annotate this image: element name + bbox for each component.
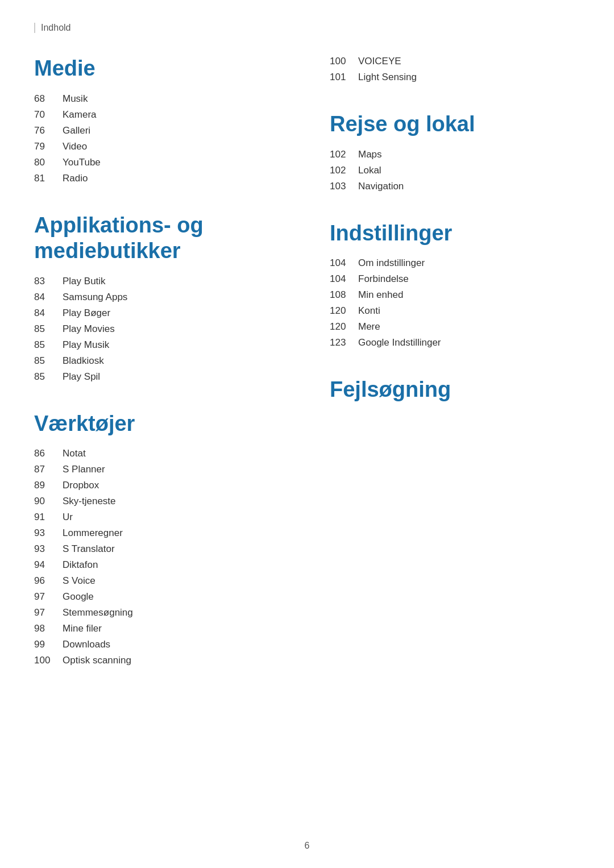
right-column: 100VOICEYE101Light SensingRejse og lokal… bbox=[307, 56, 580, 695]
toc-text: Samsung Apps bbox=[63, 292, 127, 303]
toc-text: S Voice bbox=[63, 575, 96, 587]
toc-number: 86 bbox=[34, 448, 63, 459]
toc-text: Notat bbox=[63, 448, 86, 459]
toc-number: 97 bbox=[34, 607, 63, 618]
toc-item: 76Galleri bbox=[34, 125, 284, 136]
toc-number: 68 bbox=[34, 93, 63, 105]
toc-text: Stemmesøgning bbox=[63, 607, 133, 618]
toc-number: 108 bbox=[330, 289, 358, 301]
toc-number: 120 bbox=[330, 305, 358, 317]
toc-item: 84Samsung Apps bbox=[34, 292, 284, 303]
toc-item: 97Google bbox=[34, 591, 284, 603]
toc-item: 97Stemmesøgning bbox=[34, 607, 284, 618]
toc-text: Musik bbox=[63, 93, 88, 105]
section-title-rejse: Rejse og lokal bbox=[330, 111, 580, 138]
toc-item: 81Radio bbox=[34, 173, 284, 184]
toc-item: 85Play Movies bbox=[34, 323, 284, 335]
toc-item: 84Play Bøger bbox=[34, 308, 284, 319]
toc-number: 87 bbox=[34, 464, 63, 475]
toc-text: Radio bbox=[63, 173, 88, 184]
toc-text: Play Bøger bbox=[63, 308, 110, 319]
section-title-applikations: Applikations- og mediebutikker bbox=[34, 213, 284, 264]
section-vaerktojer: Værktøjer86Notat87S Planner89Dropbox90Sk… bbox=[34, 411, 284, 667]
page-container: Indhold Medie68Musik70Kamera76Galleri79V… bbox=[0, 0, 614, 868]
toc-list-voiceye: 100VOICEYE101Light Sensing bbox=[330, 56, 580, 83]
toc-text: S Translator bbox=[63, 543, 115, 555]
toc-item: 94Diktafon bbox=[34, 559, 284, 571]
toc-text: Google Indstillinger bbox=[358, 337, 441, 348]
toc-item: 90Sky-tjeneste bbox=[34, 496, 284, 507]
toc-text: Kamera bbox=[63, 109, 97, 121]
left-column: Medie68Musik70Kamera76Galleri79Video80Yo… bbox=[34, 56, 307, 695]
toc-number: 85 bbox=[34, 339, 63, 351]
toc-item: 85Play Musik bbox=[34, 339, 284, 351]
toc-number: 93 bbox=[34, 543, 63, 555]
toc-item: 91Ur bbox=[34, 512, 284, 523]
toc-number: 76 bbox=[34, 125, 63, 136]
toc-item: 96S Voice bbox=[34, 575, 284, 587]
toc-item: 98Mine filer bbox=[34, 623, 284, 634]
toc-text: Ur bbox=[63, 512, 73, 523]
page-number: 6 bbox=[305, 841, 310, 851]
toc-text: Optisk scanning bbox=[63, 655, 131, 666]
toc-item: 104Forbindelse bbox=[330, 273, 580, 285]
toc-item: 100Optisk scanning bbox=[34, 655, 284, 666]
toc-number: 81 bbox=[34, 173, 63, 184]
toc-text: Play Spil bbox=[63, 371, 100, 383]
section-title-medie: Medie bbox=[34, 56, 284, 82]
toc-item: 79Video bbox=[34, 141, 284, 152]
section-indstillinger: Indstillinger104Om indstillinger104Forbi… bbox=[330, 221, 580, 349]
toc-text: Min enhed bbox=[358, 289, 403, 301]
toc-number: 89 bbox=[34, 480, 63, 491]
toc-number: 101 bbox=[330, 72, 358, 83]
toc-number: 104 bbox=[330, 273, 358, 285]
toc-text: Konti bbox=[358, 305, 380, 317]
toc-text: Lommeregner bbox=[63, 528, 123, 539]
toc-item: 101Light Sensing bbox=[330, 72, 580, 83]
toc-item: 89Dropbox bbox=[34, 480, 284, 491]
toc-number: 90 bbox=[34, 496, 63, 507]
toc-text: Sky-tjeneste bbox=[63, 496, 116, 507]
toc-item: 80YouTube bbox=[34, 157, 284, 168]
toc-number: 100 bbox=[34, 655, 63, 666]
toc-number: 85 bbox=[34, 355, 63, 367]
toc-number: 120 bbox=[330, 321, 358, 333]
toc-list-indstillinger: 104Om indstillinger104Forbindelse108Min … bbox=[330, 258, 580, 348]
section-title-vaerktojer: Værktøjer bbox=[34, 411, 284, 437]
toc-text: Om indstillinger bbox=[358, 258, 425, 269]
section-rejse: Rejse og lokal102Maps102Lokal103Navigati… bbox=[330, 111, 580, 192]
toc-text: Downloads bbox=[63, 639, 110, 650]
toc-text: Galleri bbox=[63, 125, 90, 136]
toc-number: 102 bbox=[330, 149, 358, 160]
toc-number: 97 bbox=[34, 591, 63, 603]
toc-text: Dropbox bbox=[63, 480, 99, 491]
section-title-fejlsoegning: Fejlsøgning bbox=[330, 377, 580, 403]
toc-list-applikations: 83Play Butik84Samsung Apps84Play Bøger85… bbox=[34, 276, 284, 383]
toc-number: 94 bbox=[34, 559, 63, 571]
toc-item: 100VOICEYE bbox=[330, 56, 580, 67]
toc-number: 104 bbox=[330, 258, 358, 269]
toc-item: 103Navigation bbox=[330, 181, 580, 192]
toc-number: 93 bbox=[34, 528, 63, 539]
toc-number: 102 bbox=[330, 165, 358, 176]
toc-text: Mere bbox=[358, 321, 380, 333]
section-fejlsoegning: Fejlsøgning bbox=[330, 377, 580, 403]
toc-number: 70 bbox=[34, 109, 63, 121]
toc-text: Play Musik bbox=[63, 339, 109, 351]
toc-text: YouTube bbox=[63, 157, 101, 168]
section-medie: Medie68Musik70Kamera76Galleri79Video80Yo… bbox=[34, 56, 284, 184]
toc-item: 104Om indstillinger bbox=[330, 258, 580, 269]
toc-item: 123Google Indstillinger bbox=[330, 337, 580, 348]
toc-number: 91 bbox=[34, 512, 63, 523]
toc-text: Mine filer bbox=[63, 623, 102, 634]
toc-item: 93Lommeregner bbox=[34, 528, 284, 539]
toc-list-rejse: 102Maps102Lokal103Navigation bbox=[330, 149, 580, 192]
toc-number: 103 bbox=[330, 181, 358, 192]
toc-text: Video bbox=[63, 141, 87, 152]
toc-text: Play Movies bbox=[63, 323, 115, 335]
toc-number: 79 bbox=[34, 141, 63, 152]
toc-text: Google bbox=[63, 591, 94, 603]
toc-number: 84 bbox=[34, 292, 63, 303]
toc-number: 99 bbox=[34, 639, 63, 650]
toc-item: 120Mere bbox=[330, 321, 580, 333]
